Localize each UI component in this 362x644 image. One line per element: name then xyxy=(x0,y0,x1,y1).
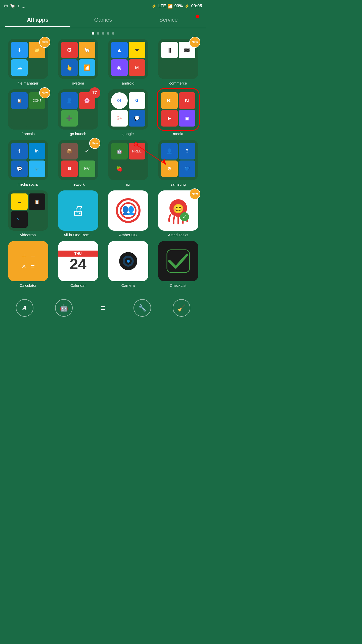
page-dot-1[interactable] xyxy=(92,32,94,35)
app-label-samsung: samsung xyxy=(170,182,186,186)
app-label-astrid-tasks: Astrid Tasks xyxy=(168,233,188,237)
svg-text:👥: 👥 xyxy=(122,204,134,216)
android-icon: 🤖 xyxy=(60,304,68,312)
app-label-network: network xyxy=(71,182,85,186)
app-item-calendar[interactable]: THU 24 Calendar xyxy=(55,241,101,288)
bottom-nav: A 🤖 ≡ 🔧 🧹 xyxy=(0,295,206,321)
android-bot-button[interactable]: 🤖 xyxy=(55,299,73,317)
app-label-commerce: commerce xyxy=(169,81,187,85)
app-item-amber-qc[interactable]: 👥 Amber QC xyxy=(105,190,151,237)
page-dot-4[interactable] xyxy=(107,32,109,35)
svg-text:=: = xyxy=(31,262,35,270)
llama-icon: 🦙 xyxy=(10,3,15,9)
app-label-amber-qc: Amber QC xyxy=(119,233,137,237)
signal-bars: 📶 xyxy=(167,4,173,9)
menu-icon: ≡ xyxy=(101,303,106,313)
app-item-camera[interactable]: Camera xyxy=(105,241,151,288)
app-label-media: media xyxy=(173,132,183,136)
lte-indicator: LTE xyxy=(158,4,166,9)
badge-new-network: New xyxy=(89,138,100,149)
app-item-network[interactable]: 📦 ✓ 🖥 EV New network xyxy=(55,140,101,186)
music-icon: ♪ xyxy=(17,4,20,9)
app-item-media-social[interactable]: f in 💬 🐦 media social xyxy=(5,140,51,186)
app-label-camera: Camera xyxy=(121,283,135,288)
app-label-go-launch: go launch xyxy=(70,132,86,136)
app-grid: ⬇ 📁 ☁ New file manager ⚙ 🦙 👆 xyxy=(0,39,206,293)
app-label-calculator: Calculator xyxy=(20,283,37,288)
battery-icon: ⚡ xyxy=(185,4,190,9)
badge-new-francais: New xyxy=(39,87,50,98)
grid-container: ⬇ 📁 ☁ New file manager ⚙ 🦙 👆 xyxy=(0,39,206,293)
app-item-android[interactable]: ▲ ★ ◉ M android xyxy=(105,39,151,85)
pagination-dots xyxy=(0,28,206,39)
app-label-system: system xyxy=(72,81,84,85)
header-tabs: All apps Games Service xyxy=(0,12,206,28)
app-item-checklist[interactable]: CheckList xyxy=(155,241,201,288)
tab-all-apps[interactable]: All apps xyxy=(5,14,70,26)
badge-new-astrid-tasks: New xyxy=(189,188,200,199)
app-item-samsung[interactable]: 👤 🎙 ⚙ 💙 samsung xyxy=(155,140,201,186)
menu-button[interactable]: ≡ xyxy=(94,299,112,317)
battery-level: 93% xyxy=(174,4,183,9)
app-label-file-manager: file manager xyxy=(18,81,38,85)
search-button[interactable]: A xyxy=(16,299,33,317)
badge-new-file-manager: New xyxy=(39,37,50,48)
status-bar: ✉ 🦙 ♪ ... ⚡ LTE 📶 93% ⚡ 09:05 xyxy=(0,0,206,12)
app-label-google: google xyxy=(122,132,134,136)
badge-new-commerce: New xyxy=(189,37,200,48)
app-label-checklist: CheckList xyxy=(170,283,187,288)
app-item-rpi[interactable]: 🤖 FREE 🍓 rpi xyxy=(105,140,151,186)
broom-icon: 🧹 xyxy=(177,304,186,312)
app-item-media[interactable]: B! N ▶ ▣ media xyxy=(155,89,201,136)
page-dot-2[interactable] xyxy=(97,32,99,35)
wrench-icon: 🔧 xyxy=(138,304,146,312)
app-label-francais: francais xyxy=(21,132,35,136)
app-item-astrid-tasks[interactable]: 😊 ✓ New Astrid Tasks xyxy=(155,190,201,237)
app-item-go-launch[interactable]: 👤 🌸 ➕ 77 go launch xyxy=(55,89,101,136)
svg-text:+: + xyxy=(22,252,26,260)
service-notification-dot xyxy=(196,15,199,18)
status-right: ⚡ LTE 📶 93% ⚡ 09:05 xyxy=(152,4,202,9)
broom-button[interactable]: 🧹 xyxy=(173,299,190,317)
app-label-media-social: media social xyxy=(18,182,38,186)
app-item-system[interactable]: ⚙ 🦙 👆 📶 system xyxy=(55,39,101,85)
svg-text:😊: 😊 xyxy=(172,203,184,214)
app-item-all-in-one[interactable]: 🖨 All-in-One Rem... xyxy=(55,190,101,237)
tools-button[interactable]: 🔧 xyxy=(133,299,151,317)
badge-number-go-launch: 77 xyxy=(89,87,100,98)
bluetooth-icon: ⚡ xyxy=(152,4,157,9)
tab-service[interactable]: Service xyxy=(136,14,201,26)
svg-text:−: − xyxy=(31,252,35,260)
app-label-rpi: rpi xyxy=(126,182,130,186)
tab-games[interactable]: Games xyxy=(70,14,136,26)
app-item-file-manager[interactable]: ⬇ 📁 ☁ New file manager xyxy=(5,39,51,85)
app-item-commerce[interactable]: ||| ▓▓ New commerce xyxy=(155,39,201,85)
page-dot-3[interactable] xyxy=(102,32,104,35)
mail-icon: ✉ xyxy=(4,3,8,9)
clock: 09:05 xyxy=(191,4,202,9)
app-item-google[interactable]: G G G+ 💬 google xyxy=(105,89,151,136)
svg-text:×: × xyxy=(22,262,26,270)
status-left: ✉ 🦙 ♪ ... xyxy=(4,3,25,9)
app-label-calendar: Calendar xyxy=(70,283,86,288)
app-item-calculator[interactable]: + − × = Calculator xyxy=(5,241,51,288)
app-label-all-in-one: All-in-One Rem... xyxy=(64,233,93,237)
page-dot-5[interactable] xyxy=(112,32,114,35)
search-icon: A xyxy=(22,304,27,312)
svg-text:✓: ✓ xyxy=(182,214,187,220)
more-icon: ... xyxy=(22,4,25,9)
svg-point-15 xyxy=(127,260,130,263)
app-label-android: android xyxy=(122,81,134,85)
app-label-videotron: videotron xyxy=(20,233,36,237)
app-item-francais[interactable]: 📋 CONJ New francais xyxy=(5,89,51,136)
app-item-videotron[interactable]: ☁ 📋 >_ videotron xyxy=(5,190,51,237)
